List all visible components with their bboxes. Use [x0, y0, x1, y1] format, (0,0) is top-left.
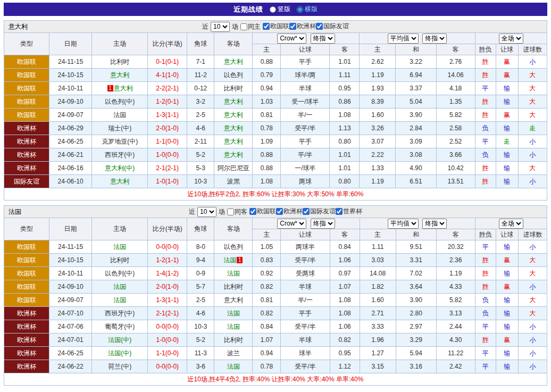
score[interactable]: 1-3(1-1)	[148, 294, 187, 307]
league-checkbox[interactable]	[289, 23, 296, 30]
league-filter[interactable]: 世界杯	[336, 207, 362, 216]
score[interactable]: 1-4(1-2)	[148, 267, 187, 280]
score[interactable]: 0-0(0-0)	[148, 360, 187, 373]
score[interactable]: 1-1(0-0)	[148, 135, 187, 148]
home-team[interactable]: 法国(中)	[92, 333, 148, 347]
score[interactable]: 2-1(2-1)	[148, 307, 187, 320]
score[interactable]: 0-0(0-0)	[148, 320, 187, 333]
home-team[interactable]: 葡萄牙(中)	[92, 320, 148, 333]
home-team[interactable]: 西班牙(中)	[92, 148, 148, 162]
score[interactable]: 2-2(2-1)	[148, 82, 187, 95]
away-team[interactable]: 法国	[214, 307, 253, 320]
period-select[interactable]: 全场	[499, 34, 523, 44]
layout-option-horizontal[interactable]: 横版	[297, 5, 318, 14]
score[interactable]: 1-0(0-0)	[148, 148, 187, 162]
away-team[interactable]: 意大利	[214, 148, 253, 162]
layout-option-vertical[interactable]: 竖版	[270, 5, 290, 14]
league-filter[interactable]: 欧国联	[263, 22, 289, 31]
home-team[interactable]: 比利时	[92, 254, 148, 267]
period-select[interactable]: 全场	[499, 219, 523, 229]
home-team[interactable]: 意大利	[92, 175, 148, 188]
recent-count-select[interactable]: 10	[197, 207, 216, 217]
away-team[interactable]: 意大利	[214, 95, 253, 109]
away-team[interactable]: 意大利	[214, 55, 253, 69]
home-team[interactable]: 法国(中)	[92, 347, 148, 360]
home-team[interactable]: 克罗地亚(中)	[92, 135, 148, 148]
home-team[interactable]: 法国	[92, 280, 148, 294]
league-filter[interactable]: 国际友谊	[316, 22, 349, 31]
league-checkbox[interactable]	[263, 23, 270, 30]
score[interactable]: 1-3(1-1)	[148, 109, 187, 122]
league-filter[interactable]: 国际友谊	[303, 207, 336, 216]
away-team[interactable]: 意大利	[214, 122, 253, 135]
home-team[interactable]: 法国	[92, 294, 148, 307]
score[interactable]: 1-2(0-1)	[148, 95, 187, 109]
home-team[interactable]: 法国	[92, 240, 148, 254]
horizontal-layout-radio[interactable]	[297, 6, 303, 13]
home-team[interactable]: 1意大利	[92, 82, 148, 95]
score[interactable]: 1-0(1-0)	[148, 175, 187, 188]
league-filter[interactable]: 欧洲杯	[289, 22, 316, 31]
europe-odds-type-select[interactable]: 终指	[422, 34, 447, 44]
same-venue-filter[interactable]: 同客	[227, 207, 247, 216]
away-team[interactable]: 法国	[214, 320, 253, 333]
same-venue-checkbox[interactable]	[240, 23, 247, 30]
score[interactable]: 2-1(2-1)	[148, 162, 187, 175]
away-team[interactable]: 意大利	[214, 135, 253, 148]
europe-odds-source-select[interactable]: 平均值	[388, 34, 419, 44]
same-venue-checkbox[interactable]	[227, 208, 234, 215]
handicap-home-odds: 0.92	[253, 267, 281, 280]
col-result-handicap: 让球	[496, 229, 518, 240]
away-team[interactable]: 以色列	[214, 69, 253, 82]
same-venue-filter[interactable]: 同主	[240, 22, 261, 31]
home-team[interactable]: 瑞士(中)	[92, 122, 148, 135]
bookmaker-select[interactable]: Crow*	[277, 34, 306, 44]
handicap-odds-type-select[interactable]: 终指	[311, 219, 335, 229]
away-team[interactable]: 意大利	[214, 109, 253, 122]
away-team[interactable]: 比利时	[214, 333, 253, 347]
away-team[interactable]: 波兰	[214, 347, 253, 360]
vertical-layout-radio[interactable]	[270, 6, 276, 13]
match-row: 欧洲杯24-06-16意大利(中)2-1(2-1)5-3阿尔巴尼亚0.88一/球…	[4, 162, 547, 175]
away-team[interactable]: 波黑	[214, 175, 253, 188]
away-team[interactable]: 以色列	[214, 240, 253, 254]
home-team[interactable]: 意大利(中)	[92, 162, 148, 175]
away-team[interactable]: 法国	[214, 267, 253, 280]
home-team[interactable]: 以色列(中)	[92, 267, 148, 280]
away-team[interactable]: 比利时	[214, 82, 253, 95]
league-filter[interactable]: 欧洲杯	[276, 207, 303, 216]
home-team[interactable]: 荷兰(中)	[92, 360, 148, 373]
score[interactable]: 1-1(0-0)	[148, 347, 187, 360]
away-team[interactable]: 比利时	[214, 280, 253, 294]
score[interactable]: 2-0(1-0)	[148, 122, 187, 135]
league-checkbox[interactable]	[276, 208, 283, 215]
home-team[interactable]: 以色列(中)	[92, 95, 148, 109]
away-team[interactable]: 阿尔巴尼亚	[214, 162, 253, 175]
recent-count-select[interactable]: 10	[211, 22, 230, 32]
score[interactable]: 2-0(1-0)	[148, 280, 187, 294]
league-filter[interactable]: 欧国联	[249, 207, 276, 216]
europe-odds-type-select[interactable]: 终指	[422, 219, 447, 229]
home-team[interactable]: 比利时	[92, 55, 148, 69]
home-team[interactable]: 意大利	[92, 69, 148, 82]
league-checkbox[interactable]	[303, 208, 310, 215]
home-team[interactable]: 法国	[92, 109, 148, 122]
europe-odds-source-select[interactable]: 平均值	[388, 219, 419, 229]
handicap-odds-type-select[interactable]: 终指	[311, 34, 335, 44]
league-checkbox[interactable]	[336, 208, 343, 215]
bookmaker-select[interactable]: Crow*	[277, 219, 306, 229]
score[interactable]: 1-0(0-0)	[148, 333, 187, 347]
away-team[interactable]: 法国1	[214, 254, 253, 267]
corners: 5-3	[187, 162, 214, 175]
score[interactable]: 0-0(0-0)	[148, 240, 187, 254]
league-checkbox[interactable]	[316, 23, 323, 30]
score[interactable]: 1-2(1-1)	[148, 254, 187, 267]
score[interactable]: 4-1(1-0)	[148, 69, 187, 82]
home-team[interactable]: 西班牙(中)	[92, 307, 148, 320]
result-wdl: 胜	[475, 254, 496, 267]
away-team[interactable]: 法国	[214, 360, 253, 373]
away-team[interactable]: 意大利	[214, 294, 253, 307]
result-handicap: 赢	[496, 55, 518, 69]
score[interactable]: 0-1(0-1)	[148, 55, 187, 69]
league-checkbox[interactable]	[249, 208, 256, 215]
